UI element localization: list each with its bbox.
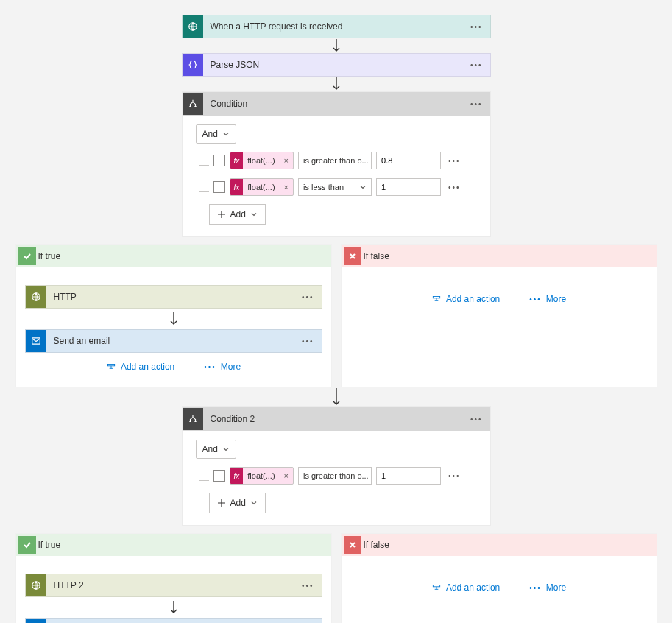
tree-connector	[196, 151, 209, 170]
value-input[interactable]	[376, 152, 441, 169]
plus-icon	[217, 210, 226, 219]
add-action-icon	[106, 362, 116, 372]
parse-json-icon	[183, 54, 203, 76]
condition-card: Condition 2 ••• And fx float(...) × is g…	[182, 406, 491, 526]
more-icon[interactable]: •••	[294, 293, 322, 301]
if-true-branch: If true HTTP 2 ••• Send an email 2 ••• A…	[15, 533, 332, 623]
condition-row: fx float(...) × is greater than o... •••	[196, 466, 477, 485]
http-action-card[interactable]: HTTP •••	[25, 285, 322, 309]
value-input[interactable]	[376, 178, 441, 196]
row-checkbox[interactable]	[213, 470, 225, 482]
close-icon	[344, 247, 361, 265]
chevron-down-icon	[250, 211, 258, 218]
condition-branches: If true HTTP ••• Send an email ••• Add a…	[15, 244, 657, 387]
expression-text: float(...)	[243, 156, 279, 165]
more-icon[interactable]: •••	[294, 582, 322, 590]
condition-body: And fx float(...) × is greater than o...…	[183, 431, 490, 525]
more-icon[interactable]: •••	[463, 100, 490, 108]
add-action-icon	[431, 582, 442, 593]
if-false-header[interactable]: If false	[342, 534, 657, 556]
row-checkbox[interactable]	[213, 155, 225, 166]
expression-token[interactable]: fx float(...) ×	[230, 152, 294, 169]
add-action-link[interactable]: Add an action	[431, 582, 500, 593]
remove-token-icon[interactable]: ×	[280, 471, 293, 480]
tree-connector	[196, 177, 209, 197]
chevron-down-icon	[222, 446, 230, 453]
condition-body: And fx float(...) × is greater than o...…	[183, 116, 490, 236]
expression-token[interactable]: fx float(...) ×	[230, 467, 294, 485]
svg-rect-3	[107, 365, 114, 366]
row-more-icon[interactable]: •••	[445, 183, 464, 191]
condition-header[interactable]: Condition 2 •••	[183, 407, 490, 431]
expression-text: float(...)	[243, 471, 279, 480]
http-icon	[26, 574, 46, 596]
value-input[interactable]	[376, 467, 441, 485]
trigger-title: When a HTTP request is received	[203, 21, 463, 32]
fx-icon: fx	[230, 468, 244, 484]
svg-rect-4	[433, 297, 439, 298]
group-operator-dropdown[interactable]: And	[196, 124, 236, 144]
operator-dropdown[interactable]: is greater than o...	[298, 152, 372, 169]
more-icon[interactable]: •••	[294, 337, 322, 345]
if-true-header[interactable]: If true	[16, 534, 331, 556]
operator-label: is greater than o...	[303, 471, 369, 480]
email-icon	[26, 330, 46, 352]
expression-text: float(...)	[243, 183, 279, 191]
add-condition-button[interactable]: Add	[209, 204, 266, 225]
more-icon[interactable]: •••	[463, 61, 490, 69]
condition-icon	[183, 408, 203, 430]
if-false-branch: If false Add an action ••• More	[341, 533, 657, 623]
more-link[interactable]: ••• More	[529, 294, 566, 304]
more-icon[interactable]: •••	[463, 23, 490, 31]
condition-row: fx float(...) × is less than •••	[196, 177, 477, 197]
check-icon	[18, 247, 36, 265]
arrow-down-icon	[331, 387, 342, 406]
condition-row: fx float(...) × is greater than o... •••	[196, 151, 477, 170]
more-link[interactable]: ••• More	[529, 582, 566, 593]
chevron-down-icon	[359, 183, 367, 191]
trigger-card[interactable]: When a HTTP request is received •••	[182, 15, 491, 38]
expression-token[interactable]: fx float(...) ×	[230, 178, 294, 196]
operator-dropdown[interactable]: is greater than o...	[298, 467, 372, 485]
add-condition-button[interactable]: Add	[209, 493, 266, 513]
more-link[interactable]: ••• More	[204, 362, 241, 372]
condition-header[interactable]: Condition •••	[183, 92, 490, 116]
action-title: HTTP 2	[46, 580, 294, 591]
arrow-down-icon	[169, 597, 179, 618]
add-action-link[interactable]: Add an action	[106, 362, 174, 372]
operator-dropdown[interactable]: is less than	[298, 178, 372, 196]
fx-icon: fx	[230, 152, 244, 169]
add-action-link[interactable]: Add an action	[431, 294, 500, 304]
if-false-branch: If false Add an action ••• More	[341, 244, 657, 387]
email-action-card[interactable]: Send an email 2 •••	[25, 618, 322, 623]
plus-icon	[217, 499, 226, 507]
more-dots-icon: •••	[204, 363, 216, 371]
condition-icon	[183, 93, 203, 115]
check-icon	[18, 536, 36, 554]
if-true-header[interactable]: If true	[16, 245, 331, 267]
action-title: HTTP	[46, 292, 294, 302]
arrow-down-icon	[169, 309, 179, 329]
http-action-card[interactable]: HTTP 2 •••	[25, 574, 322, 597]
if-false-header[interactable]: If false	[342, 245, 657, 267]
row-more-icon[interactable]: •••	[445, 472, 464, 480]
add-action-icon	[431, 294, 442, 304]
email-icon	[26, 619, 46, 623]
group-operator-dropdown[interactable]: And	[196, 440, 236, 459]
row-checkbox[interactable]	[213, 181, 225, 193]
operator-label: is greater than o...	[303, 156, 369, 165]
remove-token-icon[interactable]: ×	[280, 183, 293, 191]
remove-token-icon[interactable]: ×	[280, 156, 293, 165]
row-more-icon[interactable]: •••	[445, 157, 464, 165]
close-icon	[344, 536, 361, 554]
chevron-down-icon	[250, 499, 258, 507]
flow-canvas: When a HTTP request is received ••• Pars…	[0, 0, 672, 623]
more-icon[interactable]: •••	[463, 415, 490, 423]
fx-icon: fx	[230, 179, 244, 195]
svg-rect-8	[433, 585, 439, 587]
action-title: Send an email	[46, 336, 294, 346]
more-dots-icon: •••	[529, 295, 542, 303]
arrow-down-icon	[331, 77, 342, 91]
email-action-card[interactable]: Send an email •••	[25, 329, 322, 353]
parse-json-card[interactable]: Parse JSON •••	[182, 53, 491, 77]
